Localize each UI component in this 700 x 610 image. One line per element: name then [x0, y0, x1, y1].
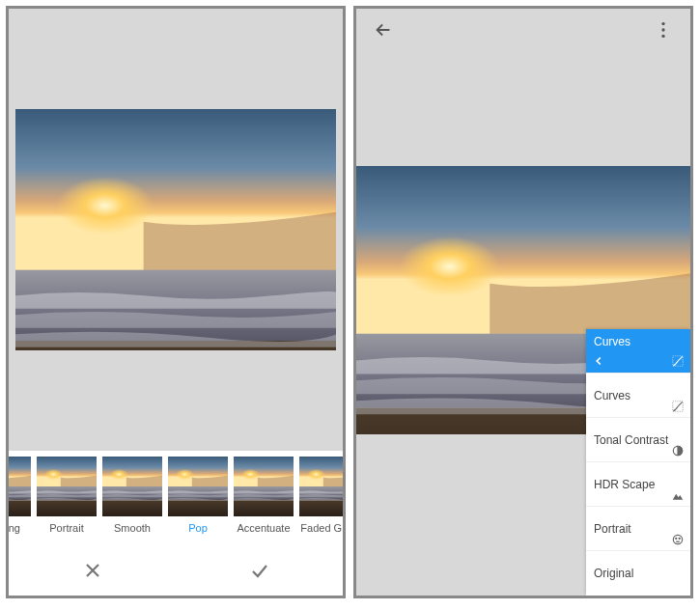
edit-stack: CurvesCurvesTonal ContrastHDR ScapePortr… [586, 329, 690, 596]
filter-label: Smooth [114, 522, 151, 534]
filter-item-accentuate[interactable]: Accentuate [233, 457, 294, 549]
filter-label: Accentuate [237, 522, 290, 534]
editor-canvas: CurvesCurvesTonal ContrastHDR ScapePortr… [356, 55, 690, 596]
stack-item-label: Curves [594, 335, 630, 348]
face-icon [671, 533, 685, 546]
stack-item-label: Curves [594, 389, 683, 402]
filter-label: Pop [188, 522, 208, 534]
filter-label: Portrait [49, 522, 83, 534]
svg-point-11 [679, 538, 680, 539]
filter-item-portrait[interactable]: Portrait [36, 457, 98, 549]
back-button[interactable] [366, 14, 401, 49]
contrast-icon [671, 444, 685, 458]
stack-item-label: Original [594, 567, 683, 580]
filter-strip[interactable]: MorningPortraitSmoothPopAccentuateFaded … [9, 451, 343, 549]
editor-canvas [9, 9, 343, 451]
arrow-left-icon [373, 19, 394, 44]
stack-item-tonal-contrast[interactable]: Tonal Contrast [586, 418, 690, 462]
stack-item-portrait[interactable]: Portrait [586, 507, 690, 551]
overflow-button[interactable] [646, 14, 681, 49]
svg-point-4 [661, 28, 664, 31]
left-screen: MorningPortraitSmoothPopAccentuateFaded … [6, 6, 346, 598]
curve-icon [671, 400, 685, 413]
svg-point-9 [673, 535, 682, 543]
filter-item-pop[interactable]: Pop [167, 457, 229, 549]
filter-thumb [37, 457, 97, 516]
chevron-left-icon [592, 354, 605, 371]
top-bar [356, 9, 690, 55]
stack-item-label: Tonal Contrast [594, 433, 683, 447]
filter-item-morning[interactable]: Morning [9, 457, 32, 549]
stack-item-hdr-scape[interactable]: HDR Scape [586, 462, 690, 507]
apply-button[interactable] [176, 549, 343, 596]
filter-label: Faded Glow [300, 522, 343, 534]
more-vert-icon [653, 19, 674, 44]
filter-item-smooth[interactable]: Smooth [101, 457, 163, 549]
stack-item-label: Portrait [594, 522, 683, 536]
svg-point-3 [661, 22, 664, 25]
preview-image[interactable] [15, 109, 336, 350]
filter-thumb [102, 457, 162, 516]
cancel-button[interactable] [9, 549, 176, 596]
stack-item-label: HDR Scape [594, 478, 683, 491]
filter-label: Morning [9, 522, 20, 534]
mountain-icon [671, 488, 685, 502]
close-icon [81, 559, 104, 586]
filter-thumb [9, 457, 31, 516]
filter-thumb [299, 457, 343, 516]
svg-point-5 [661, 35, 664, 38]
filter-thumb [234, 457, 294, 516]
action-bar [9, 549, 343, 596]
stack-item-original[interactable]: Original [586, 551, 690, 596]
filter-item-faded-glow[interactable]: Faded Glow [298, 457, 343, 549]
curve-icon [671, 354, 685, 371]
right-screen: CurvesCurvesTonal ContrastHDR ScapePortr… [353, 6, 693, 598]
filter-thumb [168, 457, 228, 516]
stack-item-curves[interactable]: Curves [586, 374, 690, 418]
stack-item-curves[interactable]: Curves [586, 329, 690, 374]
svg-point-10 [676, 538, 677, 539]
check-icon [248, 559, 271, 586]
